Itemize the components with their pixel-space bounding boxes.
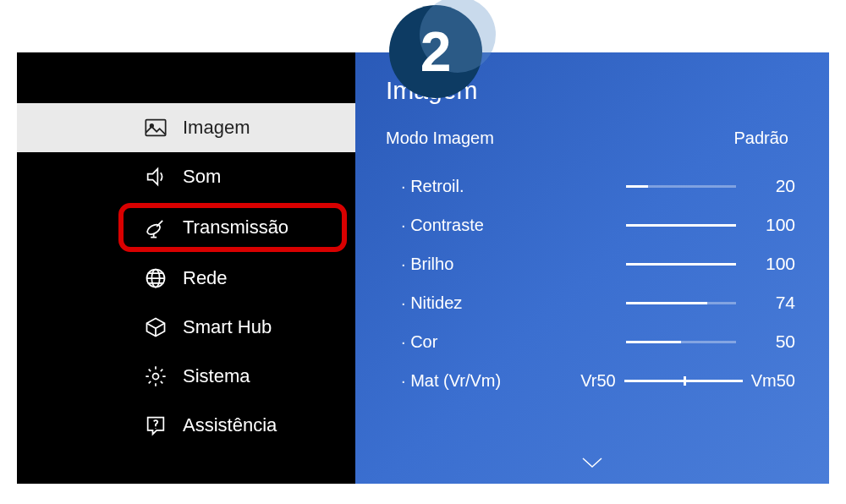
picture-mode-row[interactable]: Modo Imagem Padrão <box>386 129 795 148</box>
sidebar-item-som[interactable]: Som <box>17 152 355 201</box>
setting-value: 100 <box>751 254 795 274</box>
setting-label: Brilho <box>401 255 453 274</box>
setting-controls: 50 <box>626 331 795 352</box>
slider-contraste[interactable] <box>626 224 736 227</box>
tint-left-value: Vr50 <box>580 371 616 391</box>
sidebar-item-sistema[interactable]: Sistema <box>17 352 355 401</box>
slider-retroil[interactable] <box>626 185 736 188</box>
network-icon <box>144 266 168 290</box>
setting-value: 20 <box>751 176 795 196</box>
gear-icon <box>144 364 168 388</box>
support-icon <box>144 414 168 437</box>
settings-sidebar: Imagem Som Transmissão Rede Smart Hub <box>17 52 355 484</box>
smarthub-icon <box>144 315 168 339</box>
setting-row-contraste[interactable]: Contraste 100 <box>386 205 795 244</box>
sidebar-item-label: Sistema <box>183 365 250 387</box>
setting-label: Mat (Vr/Vm) <box>401 371 501 391</box>
slider-cor[interactable] <box>626 341 736 343</box>
tint-right-value: Vm50 <box>751 371 795 391</box>
slider-nitidez[interactable] <box>626 302 736 304</box>
setting-label: Retroil. <box>401 177 464 196</box>
sidebar-item-rede[interactable]: Rede <box>17 254 355 303</box>
setting-row-nitidez[interactable]: Nitidez 74 <box>386 283 795 322</box>
tint-controls: Vr50 Vm50 <box>580 371 795 391</box>
setting-controls: 100 <box>626 254 795 274</box>
mode-value: Padrão <box>734 129 789 148</box>
setting-value: 50 <box>751 331 795 352</box>
slider-brilho[interactable] <box>626 263 736 266</box>
sidebar-item-label: Rede <box>183 267 228 289</box>
settings-panel: Imagem Modo Imagem Padrão Retroil. 20 Co… <box>355 52 829 484</box>
sidebar-item-label: Som <box>183 166 221 188</box>
setting-label: Cor <box>401 332 437 352</box>
sidebar-item-imagem[interactable]: Imagem <box>17 103 355 152</box>
svg-point-5 <box>153 374 159 380</box>
setting-label: Nitidez <box>401 293 462 313</box>
broadcast-icon <box>144 216 168 239</box>
setting-controls: 100 <box>626 215 795 235</box>
setting-row-retroil[interactable]: Retroil. 20 <box>386 167 795 205</box>
setting-label: Contraste <box>401 216 484 235</box>
sidebar-item-label: Imagem <box>183 117 250 139</box>
picture-icon <box>144 116 168 140</box>
sidebar-item-smarthub[interactable]: Smart Hub <box>17 303 355 352</box>
setting-controls: 74 <box>626 293 795 313</box>
setting-value: 100 <box>751 215 795 235</box>
setting-row-brilho[interactable]: Brilho 100 <box>386 244 795 283</box>
mode-label: Modo Imagem <box>386 129 494 148</box>
setting-value: 74 <box>751 293 795 313</box>
step-badge: 2 <box>389 5 482 98</box>
tv-settings-screen: Imagem Som Transmissão Rede Smart Hub <box>17 52 829 484</box>
step-number: 2 <box>420 19 452 84</box>
svg-rect-0 <box>146 120 165 136</box>
setting-controls: 20 <box>626 176 795 196</box>
sidebar-item-transmissao[interactable]: Transmissão <box>118 203 347 252</box>
sound-icon <box>144 165 168 189</box>
sidebar-item-label: Smart Hub <box>183 316 272 338</box>
setting-row-tint[interactable]: Mat (Vr/Vm) Vr50 Vm50 <box>386 361 795 400</box>
slider-tint[interactable] <box>624 380 743 382</box>
setting-row-cor[interactable]: Cor 50 <box>386 322 795 361</box>
sidebar-item-label: Transmissão <box>183 216 288 238</box>
sidebar-item-label: Assistência <box>183 414 277 436</box>
sidebar-item-assistencia[interactable]: Assistência <box>17 401 355 450</box>
chevron-down-icon[interactable] <box>580 455 605 474</box>
